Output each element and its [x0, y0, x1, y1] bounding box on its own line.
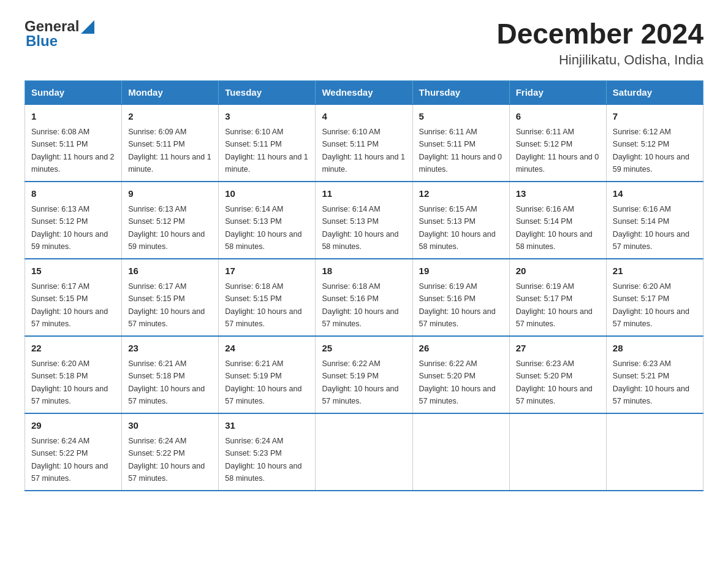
week-row-3: 15 Sunrise: 6:17 AMSunset: 5:15 PMDaylig…: [25, 259, 703, 336]
day-info: Sunrise: 6:14 AMSunset: 5:13 PMDaylight:…: [225, 205, 301, 251]
header-friday: Friday: [509, 80, 606, 104]
calendar-cell: 17 Sunrise: 6:18 AMSunset: 5:15 PMDaylig…: [219, 259, 316, 336]
day-info: Sunrise: 6:21 AMSunset: 5:18 PMDaylight:…: [128, 359, 205, 405]
day-number: 24: [225, 342, 309, 356]
day-number: 14: [613, 187, 697, 201]
day-info: Sunrise: 6:24 AMSunset: 5:22 PMDaylight:…: [31, 437, 108, 483]
calendar-cell: 31 Sunrise: 6:24 AMSunset: 5:23 PMDaylig…: [219, 413, 316, 491]
calendar-cell: [412, 413, 509, 491]
calendar-cell: [509, 413, 606, 491]
day-info: Sunrise: 6:24 AMSunset: 5:22 PMDaylight:…: [128, 437, 205, 483]
day-info: Sunrise: 6:14 AMSunset: 5:13 PMDaylight:…: [322, 205, 398, 251]
title-section: December 2024 Hinjilikatu, Odisha, India: [496, 18, 703, 68]
calendar-cell: 28 Sunrise: 6:23 AMSunset: 5:21 PMDaylig…: [606, 336, 703, 413]
day-info: Sunrise: 6:22 AMSunset: 5:19 PMDaylight:…: [322, 359, 398, 405]
day-number: 12: [419, 187, 503, 201]
day-info: Sunrise: 6:10 AMSunset: 5:11 PMDaylight:…: [322, 128, 405, 174]
day-number: 20: [516, 264, 600, 278]
calendar-cell: 20 Sunrise: 6:19 AMSunset: 5:17 PMDaylig…: [509, 259, 606, 336]
day-info: Sunrise: 6:19 AMSunset: 5:16 PMDaylight:…: [419, 282, 496, 328]
location-subtitle: Hinjilikatu, Odisha, India: [496, 52, 703, 68]
day-info: Sunrise: 6:11 AMSunset: 5:11 PMDaylight:…: [419, 128, 502, 174]
day-info: Sunrise: 6:17 AMSunset: 5:15 PMDaylight:…: [31, 282, 108, 328]
day-number: 22: [31, 342, 115, 356]
calendar-cell: 14 Sunrise: 6:16 AMSunset: 5:14 PMDaylig…: [606, 182, 703, 259]
weekday-header-row: Sunday Monday Tuesday Wednesday Thursday…: [25, 80, 703, 104]
day-number: 21: [613, 264, 697, 278]
calendar-cell: 6 Sunrise: 6:11 AMSunset: 5:12 PMDayligh…: [509, 104, 606, 182]
day-number: 5: [419, 110, 503, 124]
day-number: 28: [613, 342, 697, 356]
logo-text-blue: Blue: [26, 33, 58, 49]
header-thursday: Thursday: [412, 80, 509, 104]
calendar-cell: 12 Sunrise: 6:15 AMSunset: 5:13 PMDaylig…: [412, 182, 509, 259]
calendar-cell: 26 Sunrise: 6:22 AMSunset: 5:20 PMDaylig…: [412, 336, 509, 413]
logo: General Blue: [25, 18, 94, 50]
day-info: Sunrise: 6:16 AMSunset: 5:14 PMDaylight:…: [613, 205, 689, 251]
calendar-cell: 11 Sunrise: 6:14 AMSunset: 5:13 PMDaylig…: [316, 182, 412, 259]
calendar-cell: 27 Sunrise: 6:23 AMSunset: 5:20 PMDaylig…: [509, 336, 606, 413]
header-tuesday: Tuesday: [219, 80, 316, 104]
day-info: Sunrise: 6:20 AMSunset: 5:18 PMDaylight:…: [31, 359, 108, 405]
day-info: Sunrise: 6:23 AMSunset: 5:20 PMDaylight:…: [516, 359, 593, 405]
day-info: Sunrise: 6:10 AMSunset: 5:11 PMDaylight:…: [225, 128, 308, 174]
day-info: Sunrise: 6:17 AMSunset: 5:15 PMDaylight:…: [128, 282, 205, 328]
calendar-cell: 22 Sunrise: 6:20 AMSunset: 5:18 PMDaylig…: [25, 336, 122, 413]
header-sunday: Sunday: [25, 80, 122, 104]
month-year-title: December 2024: [496, 18, 703, 50]
day-info: Sunrise: 6:13 AMSunset: 5:12 PMDaylight:…: [128, 205, 205, 251]
calendar-cell: 8 Sunrise: 6:13 AMSunset: 5:12 PMDayligh…: [25, 182, 122, 259]
week-row-4: 22 Sunrise: 6:20 AMSunset: 5:18 PMDaylig…: [25, 336, 703, 413]
week-row-5: 29 Sunrise: 6:24 AMSunset: 5:22 PMDaylig…: [25, 413, 703, 491]
calendar-cell: 1 Sunrise: 6:08 AMSunset: 5:11 PMDayligh…: [25, 104, 122, 182]
day-number: 18: [322, 264, 406, 278]
day-info: Sunrise: 6:18 AMSunset: 5:15 PMDaylight:…: [225, 282, 301, 328]
day-number: 7: [613, 110, 697, 124]
day-info: Sunrise: 6:08 AMSunset: 5:11 PMDaylight:…: [31, 128, 115, 174]
day-number: 27: [516, 342, 600, 356]
day-number: 23: [128, 342, 212, 356]
day-info: Sunrise: 6:11 AMSunset: 5:12 PMDaylight:…: [516, 128, 599, 174]
calendar-table: Sunday Monday Tuesday Wednesday Thursday…: [25, 80, 703, 491]
day-number: 1: [31, 110, 115, 124]
day-number: 29: [31, 419, 115, 433]
day-info: Sunrise: 6:15 AMSunset: 5:13 PMDaylight:…: [419, 205, 496, 251]
svg-marker-0: [81, 20, 94, 34]
week-row-2: 8 Sunrise: 6:13 AMSunset: 5:12 PMDayligh…: [25, 182, 703, 259]
calendar-cell: [316, 413, 412, 491]
day-number: 6: [516, 110, 600, 124]
day-number: 10: [225, 187, 309, 201]
day-number: 19: [419, 264, 503, 278]
calendar-cell: 5 Sunrise: 6:11 AMSunset: 5:11 PMDayligh…: [412, 104, 509, 182]
day-info: Sunrise: 6:19 AMSunset: 5:17 PMDaylight:…: [516, 282, 593, 328]
calendar-cell: 21 Sunrise: 6:20 AMSunset: 5:17 PMDaylig…: [606, 259, 703, 336]
day-info: Sunrise: 6:16 AMSunset: 5:14 PMDaylight:…: [516, 205, 593, 251]
calendar-cell: 24 Sunrise: 6:21 AMSunset: 5:19 PMDaylig…: [219, 336, 316, 413]
day-info: Sunrise: 6:21 AMSunset: 5:19 PMDaylight:…: [225, 359, 301, 405]
calendar-cell: 23 Sunrise: 6:21 AMSunset: 5:18 PMDaylig…: [122, 336, 219, 413]
day-number: 26: [419, 342, 503, 356]
day-info: Sunrise: 6:09 AMSunset: 5:11 PMDaylight:…: [128, 128, 211, 174]
day-number: 17: [225, 264, 309, 278]
header-monday: Monday: [122, 80, 219, 104]
calendar-cell: 19 Sunrise: 6:19 AMSunset: 5:16 PMDaylig…: [412, 259, 509, 336]
logo-block: General Blue: [25, 18, 94, 50]
calendar-cell: 3 Sunrise: 6:10 AMSunset: 5:11 PMDayligh…: [219, 104, 316, 182]
day-number: 8: [31, 187, 115, 201]
day-number: 15: [31, 264, 115, 278]
day-info: Sunrise: 6:13 AMSunset: 5:12 PMDaylight:…: [31, 205, 108, 251]
day-info: Sunrise: 6:18 AMSunset: 5:16 PMDaylight:…: [322, 282, 398, 328]
day-info: Sunrise: 6:12 AMSunset: 5:12 PMDaylight:…: [613, 128, 689, 174]
calendar-cell: 2 Sunrise: 6:09 AMSunset: 5:11 PMDayligh…: [122, 104, 219, 182]
calendar-cell: 7 Sunrise: 6:12 AMSunset: 5:12 PMDayligh…: [606, 104, 703, 182]
day-info: Sunrise: 6:23 AMSunset: 5:21 PMDaylight:…: [613, 359, 689, 405]
calendar-cell: 9 Sunrise: 6:13 AMSunset: 5:12 PMDayligh…: [122, 182, 219, 259]
calendar-cell: 10 Sunrise: 6:14 AMSunset: 5:13 PMDaylig…: [219, 182, 316, 259]
day-number: 13: [516, 187, 600, 201]
day-number: 2: [128, 110, 212, 124]
calendar-cell: 29 Sunrise: 6:24 AMSunset: 5:22 PMDaylig…: [25, 413, 122, 491]
day-number: 16: [128, 264, 212, 278]
calendar-cell: 18 Sunrise: 6:18 AMSunset: 5:16 PMDaylig…: [316, 259, 412, 336]
calendar-cell: 30 Sunrise: 6:24 AMSunset: 5:22 PMDaylig…: [122, 413, 219, 491]
calendar-cell: 13 Sunrise: 6:16 AMSunset: 5:14 PMDaylig…: [509, 182, 606, 259]
